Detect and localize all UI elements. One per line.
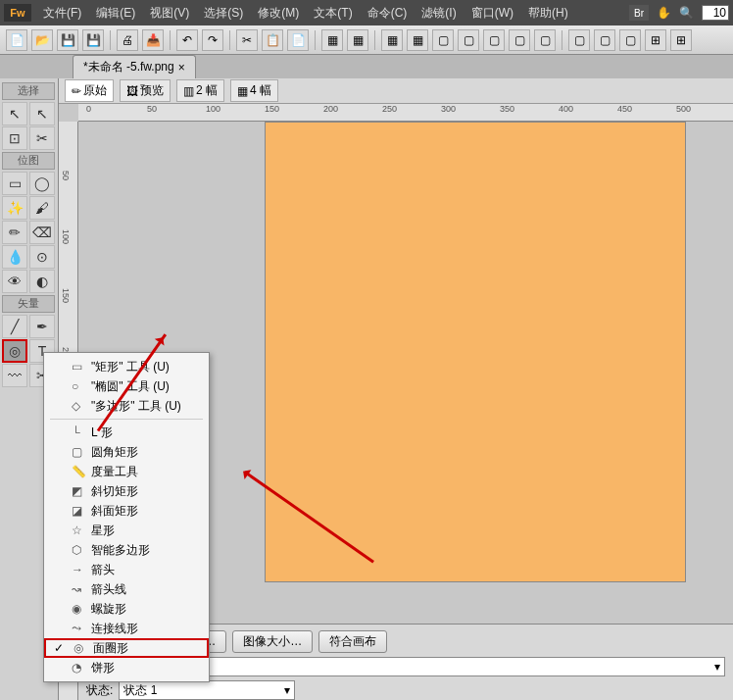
ellipse-icon: ○ [72, 379, 85, 393]
flyout-connector[interactable]: ⤳连接线形 [44, 619, 209, 638]
tool-a[interactable]: ▦ [321, 29, 343, 51]
print-button[interactable]: 🖨 [117, 29, 138, 51]
shape-tool-flyout: ▭"矩形" 工具 (U) ○"椭圆" 工具 (U) ◇"多边形" 工具 (U) … [43, 352, 210, 682]
freeform-tool[interactable]: 〰 [2, 364, 27, 387]
flyout-smart-polygon[interactable]: ⬡智能多边形 [44, 540, 209, 560]
arrow-line-icon: ↝ [72, 582, 85, 596]
tool-n[interactable]: ⊞ [670, 29, 692, 51]
line-tool[interactable]: ╱ [2, 315, 27, 338]
state-select[interactable]: 状态 1▾ [119, 680, 295, 700]
zoom-input[interactable]: 10 [702, 5, 729, 21]
tool-j[interactable]: ▢ [568, 29, 590, 51]
app-logo: Fw [4, 4, 31, 22]
pencil-tool[interactable]: ✏ [2, 221, 27, 244]
l-shape-icon: └ [72, 425, 85, 439]
tool-f[interactable]: ▢ [458, 29, 479, 51]
pointer-tool[interactable]: ↖ [2, 102, 27, 125]
tab-close-icon[interactable]: × [178, 61, 185, 75]
flyout-l-shape[interactable]: └L 形 [44, 423, 209, 442]
lasso-tool[interactable]: ◯ [29, 172, 55, 195]
wand-tool[interactable]: ✨ [2, 196, 27, 220]
flyout-measure[interactable]: 📏度量工具 [44, 462, 209, 481]
flyout-rectangle[interactable]: ▭"矩形" 工具 (U) [44, 357, 209, 376]
document-tab-bar: *未命名 -5.fw.png × [0, 55, 733, 78]
menu-help[interactable]: 帮助(H) [522, 3, 574, 24]
tool-k[interactable]: ▢ [594, 29, 615, 51]
arrow-icon: → [72, 563, 85, 576]
eraser-tool[interactable]: ⌫ [29, 221, 55, 244]
menu-command[interactable]: 命令(C) [362, 3, 414, 24]
menu-file[interactable]: 文件(F) [37, 3, 87, 24]
blur-tool[interactable]: 💧 [2, 245, 27, 269]
brush-tool[interactable]: 🖌 [29, 196, 55, 220]
tool-h[interactable]: ▢ [509, 29, 530, 51]
tool-e[interactable]: ▢ [432, 29, 454, 51]
flyout-star[interactable]: ☆星形 [44, 521, 209, 540]
copy-button[interactable]: 📋 [262, 29, 283, 51]
flyout-separator [50, 419, 203, 420]
document-tab[interactable]: *未命名 -5.fw.png × [73, 55, 196, 78]
save-as-button[interactable]: 💾 [82, 29, 104, 51]
menu-text[interactable]: 文本(T) [308, 3, 358, 24]
menu-modify[interactable]: 修改(M) [252, 3, 305, 24]
flyout-rounded-rect[interactable]: ▢圆角矩形 [44, 442, 209, 462]
menu-filter[interactable]: 滤镜(I) [415, 3, 462, 24]
flyout-arrow-line[interactable]: ↝箭头线 [44, 579, 209, 599]
tool-g[interactable]: ▢ [483, 29, 505, 51]
replace-tool[interactable]: ◐ [29, 270, 55, 293]
view-original[interactable]: ✏原始 [65, 79, 114, 102]
flyout-chamfer-rect[interactable]: ◪斜面矩形 [44, 501, 209, 521]
open-button[interactable]: 📂 [31, 29, 53, 51]
tool-d[interactable]: ▦ [407, 29, 428, 51]
view-preview[interactable]: 🖼预览 [120, 79, 171, 102]
fit-canvas-button[interactable]: 符合画布 [318, 630, 387, 653]
menu-bar: 文件(F) 编辑(E) 视图(V) 选择(S) 修改(M) 文本(T) 命令(C… [37, 3, 574, 24]
subselect-tool[interactable]: ↖ [29, 102, 55, 125]
tool-c[interactable]: ▦ [381, 29, 403, 51]
tool-section-select: 选择 [2, 82, 55, 100]
tool-b[interactable]: ▦ [347, 29, 368, 51]
menu-select[interactable]: 选择(S) [198, 3, 249, 24]
search-icon[interactable]: 🔍 [679, 6, 694, 20]
polygon-icon: ◇ [72, 399, 85, 413]
view-2up[interactable]: ▥2 幅 [176, 79, 224, 102]
menu-edit[interactable]: 编辑(E) [90, 3, 141, 24]
donut-icon: ◎ [73, 641, 87, 655]
menu-view[interactable]: 视图(V) [144, 3, 195, 24]
separator [110, 30, 111, 50]
new-button[interactable]: 📄 [6, 29, 27, 51]
flyout-bevel-rect[interactable]: ◩斜切矩形 [44, 481, 209, 501]
flyout-donut[interactable]: ✓◎面圈形 [44, 638, 209, 658]
undo-button[interactable]: ↶ [176, 29, 198, 51]
action-toolbar: 📄 📂 💾 💾 🖨 📥 ↶ ↷ ✂ 📋 📄 ▦ ▦ ▦ ▦ ▢ ▢ ▢ ▢ ▢ … [0, 25, 733, 55]
canvas[interactable] [265, 122, 686, 582]
check-icon: ✓ [54, 641, 64, 655]
redeye-tool[interactable]: 👁 [2, 270, 27, 293]
redo-button[interactable]: ↷ [202, 29, 223, 51]
save-button[interactable]: 💾 [57, 29, 78, 51]
rounded-rect-icon: ▢ [72, 445, 85, 459]
paste-button[interactable]: 📄 [287, 29, 309, 51]
tool-i[interactable]: ▢ [534, 29, 556, 51]
image-size-button[interactable]: 图像大小… [232, 630, 313, 653]
menu-window[interactable]: 窗口(W) [465, 3, 519, 24]
bridge-button[interactable]: Br [629, 5, 649, 21]
flyout-arrow[interactable]: →箭头 [44, 560, 209, 579]
scale-tool[interactable]: ⊡ [2, 126, 27, 150]
stamp-tool[interactable]: ⊙ [29, 245, 55, 269]
cut-button[interactable]: ✂ [236, 29, 258, 51]
flyout-pie[interactable]: ◔饼形 [44, 658, 209, 677]
pen-tool[interactable]: ✒ [29, 315, 55, 338]
separator [374, 30, 375, 50]
hand-icon[interactable]: ✋ [657, 6, 671, 20]
tool-m[interactable]: ⊞ [645, 29, 666, 51]
view-4up[interactable]: ▦4 幅 [230, 79, 278, 102]
flyout-spiral[interactable]: ◉螺旋形 [44, 599, 209, 619]
flyout-polygon[interactable]: ◇"多边形" 工具 (U) [44, 396, 209, 416]
marquee-tool[interactable]: ▭ [2, 172, 27, 195]
connector-icon: ⤳ [72, 622, 85, 635]
import-button[interactable]: 📥 [142, 29, 164, 51]
shape-tool[interactable]: ◎ [2, 339, 27, 363]
tool-l[interactable]: ▢ [619, 29, 641, 51]
crop-tool[interactable]: ✂ [29, 126, 55, 150]
